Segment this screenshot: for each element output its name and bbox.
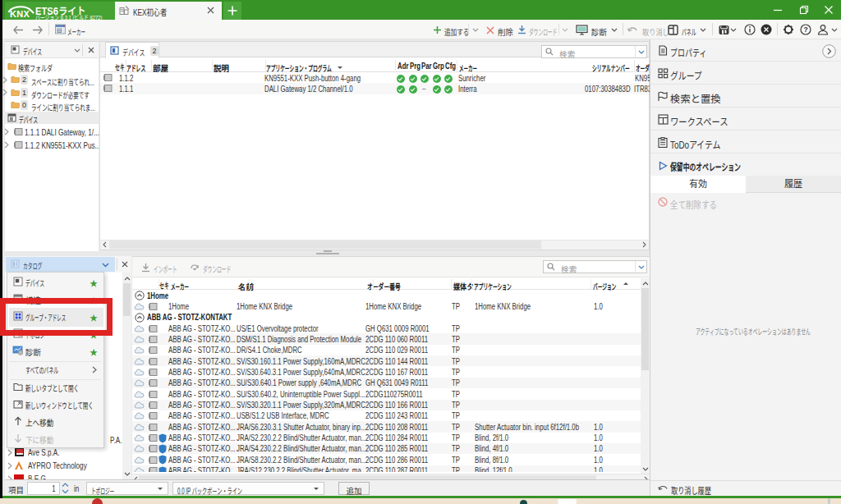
svg-text:?: ? bbox=[803, 25, 807, 34]
svg-text:KNX: KNX bbox=[10, 9, 30, 19]
